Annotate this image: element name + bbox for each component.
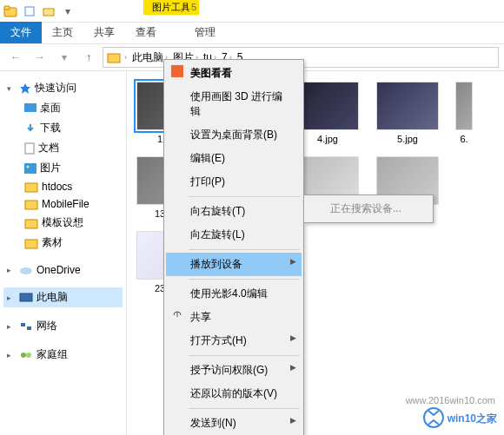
file-item[interactable]: 4.jpg [295, 82, 360, 144]
tab-view[interactable]: 查看 [125, 22, 167, 43]
file-item[interactable]: 6. [455, 82, 473, 144]
logo-icon [423, 407, 444, 428]
tree-network[interactable]: ▸网络 [3, 316, 123, 336]
forward-button[interactable]: → [30, 47, 50, 68]
share-icon [171, 309, 183, 321]
file-name: 4.jpg [317, 134, 338, 144]
titlebar: ▾ [0, 0, 504, 23]
cm-rotate-right[interactable]: 向右旋转(T) [166, 200, 302, 223]
cm-cast-to-device[interactable]: 播放到设备▶ [166, 253, 302, 276]
pc-icon [19, 293, 33, 303]
separator [189, 408, 300, 409]
tree-template[interactable]: 模板设想 [3, 213, 123, 233]
cm-open-with[interactable]: 打开方式(H)▶ [166, 329, 302, 353]
cloud-icon [19, 265, 33, 275]
tree-mobilefile[interactable]: MobileFile [3, 195, 123, 213]
svg-rect-1 [4, 6, 10, 10]
tree-pictures[interactable]: 图片 [3, 158, 123, 178]
thumbnail [455, 82, 473, 130]
tree-thispc[interactable]: ▸此电脑 [3, 287, 123, 307]
folder-icon [24, 237, 38, 249]
properties-icon[interactable] [23, 4, 36, 18]
cm-rotate-left[interactable]: 向左旋转(L) [166, 223, 302, 247]
tree-htdocs[interactable]: htdocs [3, 178, 123, 195]
network-icon [19, 321, 33, 332]
svg-rect-3 [43, 9, 54, 16]
folder-icon [24, 181, 38, 193]
file-name: 6. [460, 134, 468, 144]
chevron-right-icon[interactable]: ▸ [7, 266, 16, 274]
recent-dropdown[interactable]: ▾ [54, 47, 75, 68]
desktop-icon [24, 103, 36, 114]
chevron-right-icon: ▶ [290, 257, 296, 266]
cm-edit[interactable]: 编辑(E) [166, 147, 302, 170]
chevron-right-icon[interactable]: ▸ [7, 351, 16, 359]
chevron-right-icon: ▶ [290, 363, 296, 372]
svg-rect-20 [171, 65, 183, 77]
folder-icon [24, 198, 38, 210]
chevron-right-icon: ▶ [290, 333, 296, 342]
svg-point-9 [27, 165, 30, 168]
cm-paint3d[interactable]: 使用画图 3D 进行编辑 [166, 85, 302, 123]
separator [189, 355, 300, 356]
tab-share[interactable]: 共享 [83, 22, 125, 43]
document-icon [24, 142, 35, 155]
chevron-right-icon[interactable]: ▸ [7, 293, 16, 302]
svg-rect-6 [24, 103, 36, 112]
nav-tree: ▾ 快速访问 桌面 下载 文档 图片 htdocs MobileFile 模板设… [0, 71, 127, 435]
back-button[interactable]: ← [5, 47, 26, 68]
thumbnail [296, 82, 359, 130]
tree-documents[interactable]: 文档 [3, 138, 123, 158]
svg-rect-16 [21, 323, 25, 326]
up-button[interactable]: ↑ [78, 47, 99, 68]
star-icon [19, 82, 31, 95]
cm-previous-versions[interactable]: 还原以前的版本(V) [166, 382, 302, 405]
tree-material[interactable]: 素材 [3, 233, 123, 253]
cm-header[interactable]: 美图看看 [166, 62, 302, 85]
cm-share[interactable]: 共享 [166, 306, 302, 329]
svg-rect-11 [25, 201, 37, 209]
homegroup-icon [19, 350, 33, 360]
svg-point-21 [424, 408, 443, 427]
app-icon [171, 65, 183, 77]
chevron-right-icon[interactable]: ▸ [7, 322, 16, 331]
separator [189, 196, 300, 197]
tree-desktop[interactable]: 桌面 [3, 98, 123, 118]
tab-manage[interactable]: 管理 [184, 22, 226, 43]
svg-rect-8 [24, 163, 36, 174]
svg-rect-4 [108, 54, 120, 63]
watermark-url: www.2016win10.com [406, 395, 495, 405]
tab-home[interactable]: 主页 [42, 22, 83, 43]
tree-downloads[interactable]: 下载 [3, 118, 123, 138]
svg-rect-17 [27, 326, 31, 330]
folder-icon [107, 51, 121, 63]
svg-rect-13 [25, 240, 37, 248]
app-icon [3, 4, 17, 18]
cm-lightshadow[interactable]: 使用光影4.0编辑 [166, 282, 302, 306]
watermark: win10之家 [423, 407, 497, 428]
svg-rect-12 [25, 220, 37, 228]
svg-point-18 [21, 353, 26, 358]
svg-rect-2 [25, 7, 34, 16]
folder-icon [24, 217, 38, 229]
dropdown-icon[interactable]: ▾ [61, 4, 75, 18]
svg-point-19 [26, 353, 31, 358]
ribbon-tabs: 文件 主页 共享 查看 管理 [0, 23, 504, 43]
tree-homegroup[interactable]: ▸家庭组 [3, 345, 123, 365]
context-menu: 美图看看 使用画图 3D 进行编辑 设置为桌面背景(B) 编辑(E) 打印(P)… [163, 59, 304, 435]
tree-quick-access[interactable]: ▾ 快速访问 [3, 78, 123, 98]
tree-onedrive[interactable]: ▸OneDrive [3, 261, 123, 279]
download-icon [24, 123, 36, 134]
tree-label: 快速访问 [35, 81, 76, 96]
cm-print[interactable]: 打印(P) [166, 170, 302, 194]
cm-give-access[interactable]: 授予访问权限(G)▶ [166, 359, 302, 382]
chevron-down-icon[interactable]: ▾ [7, 84, 16, 93]
tab-file[interactable]: 文件 [0, 22, 42, 43]
svg-rect-10 [25, 183, 37, 192]
thumbnail [376, 82, 439, 130]
svg-marker-5 [20, 83, 30, 94]
file-item[interactable]: 5.jpg [375, 82, 440, 144]
cm-send-to[interactable]: 发送到(N)▶ [166, 412, 302, 435]
cm-set-wallpaper[interactable]: 设置为桌面背景(B) [166, 123, 302, 147]
new-folder-icon[interactable] [42, 4, 56, 18]
